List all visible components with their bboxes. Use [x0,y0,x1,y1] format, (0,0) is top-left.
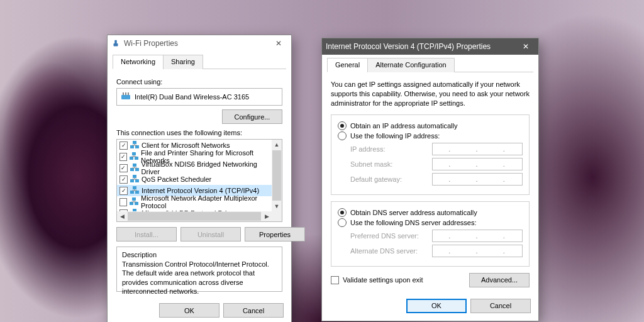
adapter-name: Intel(R) Dual Band Wireless-AC 3165 [135,93,249,101]
connect-using-label: Connect using: [116,78,282,86]
scroll-down-icon[interactable]: ▼ [272,201,282,211]
svg-rect-32 [135,202,138,205]
ipv4-ok-button[interactable]: OK [406,299,467,313]
radio-dns-auto-label: Obtain DNS server address automatically [350,209,477,216]
install-button[interactable]: Install... [116,227,177,242]
scrollbar-thumb[interactable] [272,150,281,201]
checkbox-icon[interactable]: ✓ [119,153,127,161]
checkbox-icon[interactable] [119,198,127,206]
checkbox-icon[interactable]: ✓ [119,187,128,195]
tab-alternate-configuration[interactable]: Alternate Configuration [367,58,455,72]
svg-rect-21 [130,179,134,182]
ip-address-field: ... [432,143,523,155]
radio-ip-manual-label: Use the following IP address: [350,132,440,140]
ip-address-label: IP address: [350,145,432,153]
subnet-mask-label: Subnet mask: [350,160,432,168]
radio-dns-auto[interactable]: Obtain DNS server address automatically [338,208,523,217]
alternate-dns-label: Alternate DNS server: [350,247,432,255]
properties-button[interactable]: Properties [245,227,305,242]
close-icon[interactable]: ✕ [270,39,287,48]
svg-rect-6 [130,145,134,148]
list-item-label: Microsoft Network Adapter Multiplexor Pr… [141,194,272,209]
radio-ip-auto[interactable]: Obtain an IP address automatically [338,121,523,130]
advanced-button[interactable]: Advanced... [469,273,530,287]
hscrollbar-thumb[interactable] [128,212,261,221]
svg-rect-5 [128,92,129,95]
ipv4-tabstrip: General Alternate Configuration [327,57,533,72]
description-heading: Description [122,251,277,258]
wifi-properties-dialog: Wi-Fi Properties ✕ Networking Sharing Co… [107,35,292,322]
radio-ip-auto-label: Obtain an IP address automatically [350,122,457,130]
protocol-icon [130,152,138,161]
scroll-left-icon[interactable]: ◀ [117,211,127,221]
svg-rect-31 [130,202,133,205]
wifi-titlebar[interactable]: Wi-Fi Properties ✕ [108,35,291,52]
wifi-panel: Connect using: Intel(R) Dual Band Wirele… [108,69,291,298]
radio-dns-manual[interactable]: Use the following DNS server addresses: [338,218,523,227]
svg-rect-8 [133,141,136,144]
svg-rect-1 [114,43,118,46]
svg-rect-33 [132,197,136,201]
checkbox-icon[interactable]: ✓ [119,142,128,150]
items-label: This connection uses the following items… [116,129,282,136]
svg-rect-2 [121,95,130,99]
svg-rect-22 [135,179,139,182]
scroll-up-icon[interactable]: ▲ [272,140,282,150]
protocol-icon [130,175,139,184]
tab-networking[interactable]: Networking [113,55,164,69]
close-icon[interactable]: ✕ [517,42,535,51]
svg-rect-13 [132,152,136,155]
default-gateway-field: ... [432,173,523,186]
adapter-field[interactable]: Intel(R) Dual Band Wireless-AC 3165 [116,88,282,106]
uninstall-button[interactable]: Uninstall [180,227,241,242]
list-item-label: QoS Packet Scheduler [142,175,211,183]
svg-rect-0 [114,40,117,43]
protocol-icon [130,197,138,206]
description-box: Description Transmission Control Protoco… [116,247,282,292]
list-item-label: Internet Protocol Version 4 (TCP/IPv4) [142,187,259,194]
tab-sharing[interactable]: Sharing [163,55,203,69]
validate-settings-checkbox[interactable]: Validate settings upon exit [331,276,423,284]
svg-rect-7 [135,145,139,148]
ipv4-titlebar[interactable]: Internet Protocol Version 4 (TCP/IPv4) P… [322,38,538,55]
alternate-dns-field: ... [432,245,523,257]
list-item[interactable]: ✓VirtualBox NDIS6 Bridged Networking Dri… [117,162,272,174]
ipv4-panel: You can get IP settings assigned automat… [322,72,538,294]
ip-address-group: Obtain an IP address automatically Use t… [331,114,530,195]
scrollbar-corner [272,211,282,221]
radio-dns-manual-label: Use the following DNS server addresses: [350,219,477,226]
wifi-ok-button[interactable]: OK [159,303,219,318]
default-gateway-label: Default gateway: [350,175,432,183]
protocol-icon [130,141,139,150]
configure-button[interactable]: Configure... [222,109,282,124]
preferred-dns-label: Preferred DNS server: [350,232,432,240]
list-item-label: VirtualBox NDIS6 Bridged Networking Driv… [142,160,272,175]
ipv4-cancel-button[interactable]: Cancel [470,299,531,313]
wifi-cancel-button[interactable]: Cancel [223,303,284,318]
preferred-dns-field: ... [432,230,523,242]
ipv4-note: You can get IP settings assigned automat… [331,80,530,108]
dns-group: Obtain DNS server address automatically … [331,201,530,267]
checkbox-icon [331,276,339,284]
svg-rect-3 [123,92,124,95]
ipv4-properties-dialog: Internet Protocol Version 4 (TCP/IPv4) P… [321,38,539,321]
protocol-icon [130,186,139,195]
tab-general[interactable]: General [327,58,368,72]
checkbox-icon[interactable]: ✓ [119,164,128,172]
svg-rect-17 [135,168,139,171]
svg-rect-11 [130,157,133,160]
scroll-right-icon[interactable]: ▶ [262,211,272,221]
svg-rect-28 [133,186,136,189]
svg-rect-4 [125,92,126,95]
network-adapter-icon [121,92,131,101]
wifi-icon [111,39,120,48]
list-item[interactable]: Microsoft Network Adapter Multiplexor Pr… [117,196,272,208]
subnet-mask-field: ... [432,158,523,170]
svg-rect-18 [133,164,136,167]
horizontal-scrollbar[interactable]: ◀ ▶ [117,211,272,221]
validate-settings-label: Validate settings upon exit [343,276,423,284]
vertical-scrollbar[interactable]: ▲ ▼ [272,140,282,211]
checkbox-icon[interactable]: ✓ [119,175,128,184]
svg-rect-27 [135,191,139,194]
radio-ip-manual[interactable]: Use the following IP address: [338,131,523,140]
